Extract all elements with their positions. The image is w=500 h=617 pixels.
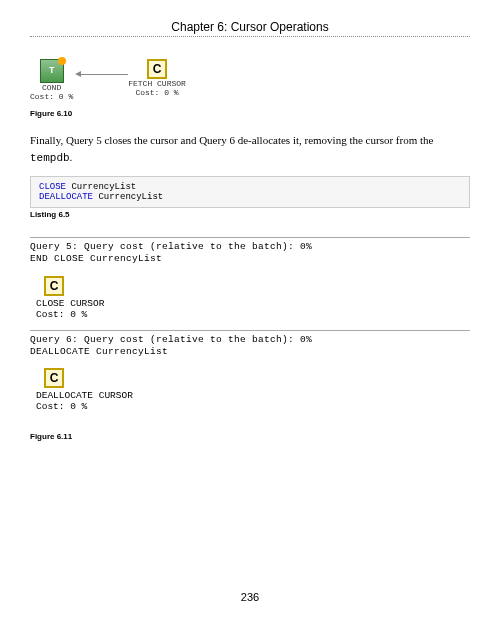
figure-6-10-label: Figure 6.10 (30, 109, 470, 118)
plan-node-name: CLOSE CURSOR (36, 298, 104, 309)
query-6-block: Query 6: Query cost (relative to the bat… (30, 330, 470, 423)
plan-node-name: COND (42, 83, 61, 92)
cursor-icon: C (44, 276, 64, 296)
cond-icon (40, 59, 64, 83)
plan-node-cost: Cost: 0 % (36, 309, 87, 320)
query-cost-line: Query 5: Query cost (relative to the bat… (30, 241, 470, 253)
plan-node-cost: Cost: 0 % (36, 401, 87, 412)
figure-6-11-label: Figure 6.11 (30, 432, 470, 441)
code-line: DEALLOCATE CurrencyList (39, 192, 461, 202)
listing-6-5-code: CLOSE CurrencyList DEALLOCATE CurrencyLi… (30, 176, 470, 208)
query-sql-line: END CLOSE CurrencyList (30, 253, 470, 265)
query-5-block: Query 5: Query cost (relative to the bat… (30, 237, 470, 330)
plan-node-cost: Cost: 0 % (30, 92, 73, 101)
figure-6-10-plan: COND Cost: 0 % C FETCH CURSOR Cost: 0 % (30, 59, 470, 101)
chapter-title: Chapter 6: Cursor Operations (30, 20, 470, 34)
paragraph-text: Finally, Query 5 closes the cursor and Q… (30, 134, 433, 146)
sql-keyword: DEALLOCATE (39, 192, 93, 202)
code-text: CurrencyList (66, 182, 136, 192)
title-divider (30, 36, 470, 37)
sql-keyword: CLOSE (39, 182, 66, 192)
page-number: 236 (0, 591, 500, 603)
inline-code-tempdb: tempdb (30, 152, 70, 164)
arrow-icon (73, 69, 128, 79)
plan-node-close-cursor: C CLOSE CURSOR Cost: 0 % (36, 276, 470, 320)
paragraph-text: . (70, 151, 73, 163)
cursor-icon: C (147, 59, 167, 79)
plan-node-deallocate-cursor: C DEALLOCATE CURSOR Cost: 0 % (36, 368, 470, 412)
query-cost-line: Query 6: Query cost (relative to the bat… (30, 334, 470, 346)
plan-node-fetch-cursor: C FETCH CURSOR Cost: 0 % (128, 59, 186, 97)
plan-node-name: DEALLOCATE CURSOR (36, 390, 133, 401)
plan-node-cond: COND Cost: 0 % (30, 59, 73, 101)
cursor-icon: C (44, 368, 64, 388)
code-line: CLOSE CurrencyList (39, 182, 461, 192)
listing-6-5-label: Listing 6.5 (30, 210, 470, 219)
plan-node-cost: Cost: 0 % (135, 88, 178, 97)
paragraph-1: Finally, Query 5 closes the cursor and Q… (30, 132, 470, 166)
query-6-header: Query 6: Query cost (relative to the bat… (30, 334, 470, 359)
plan-node-name: FETCH CURSOR (128, 79, 186, 88)
query-sql-line: DEALLOCATE CurrencyList (30, 346, 470, 358)
code-text: CurrencyList (93, 192, 163, 202)
query-5-header: Query 5: Query cost (relative to the bat… (30, 241, 470, 266)
